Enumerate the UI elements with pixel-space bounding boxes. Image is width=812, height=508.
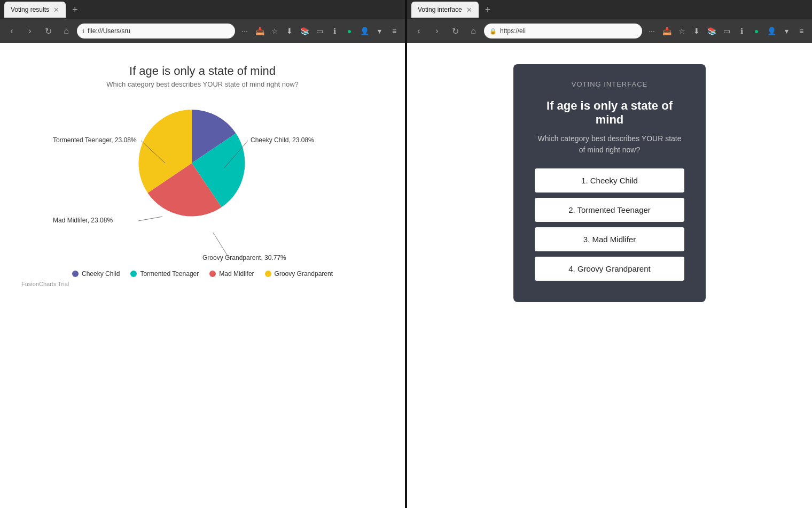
right-pocket-icon[interactable]: 📥	[660, 25, 673, 37]
right-title-bar: Voting interface ✕ +	[407, 0, 812, 19]
right-nav-icons: ··· 📥 ☆ ⬇ 📚 ▭ ℹ ● 👤 ▾ ≡	[645, 25, 808, 37]
left-new-tab-btn[interactable]: +	[72, 5, 78, 14]
watermark-text: FusionCharts Trial	[21, 281, 69, 287]
left-page-content: If age is only a state of mind Which cat…	[0, 43, 405, 508]
legend-label-groovy: Groovy Grandparent	[275, 270, 333, 278]
legend-dot-tormented	[130, 271, 137, 277]
left-sync-icon[interactable]: ●	[343, 25, 356, 37]
right-reader-icon[interactable]: ▭	[720, 25, 733, 37]
right-active-tab[interactable]: Voting interface ✕	[411, 2, 479, 18]
right-sync-icon[interactable]: ●	[750, 25, 763, 37]
legend-label-cheeky: Cheeky Child	[82, 270, 120, 278]
pie-chart	[133, 104, 251, 222]
left-download-icon[interactable]: ⬇	[283, 25, 296, 37]
legend-dot-mad	[209, 271, 216, 277]
voting-interface-header: VOTING INTERFACE	[572, 80, 647, 88]
label-groovy: Groovy Grandparent, 30.77%	[202, 254, 286, 261]
left-reader-icon[interactable]: ▭	[313, 25, 326, 37]
left-reload-btn[interactable]: ↻	[41, 24, 56, 39]
legend-cheeky: Cheeky Child	[72, 270, 120, 278]
legend-tormented: Tormented Teenager	[130, 270, 199, 278]
vote-option-4[interactable]: 4. Groovy Grandparent	[535, 257, 684, 281]
right-address-text: https://eli	[500, 27, 637, 35]
voting-question-subtitle: Which category best describes YOUR state…	[535, 133, 684, 156]
right-forward-btn[interactable]: ›	[430, 24, 444, 39]
vote-option-1[interactable]: 1. Cheeky Child	[535, 168, 684, 193]
results-subtitle: Which category best describes YOUR state…	[106, 80, 299, 88]
legend-groovy: Groovy Grandparent	[265, 270, 333, 278]
voting-card: VOTING INTERFACE If age is only a state …	[513, 64, 706, 302]
legend-dot-cheeky	[72, 271, 79, 277]
right-download-icon[interactable]: ⬇	[690, 25, 703, 37]
left-dropdown-icon[interactable]: ▾	[373, 25, 386, 37]
right-page-content: VOTING INTERFACE If age is only a state …	[407, 43, 812, 508]
left-address-text: file:///Users/sru	[88, 27, 230, 35]
left-title-bar: Voting results ✕ +	[0, 0, 405, 19]
vote-option-3[interactable]: 3. Mad Midlifer	[535, 227, 684, 251]
left-forward-btn[interactable]: ›	[22, 24, 37, 39]
vote-option-2[interactable]: 2. Tormented Teenager	[535, 198, 684, 222]
label-tormented: Tormented Teenager, 23.08%	[53, 136, 137, 144]
left-info2-icon[interactable]: ℹ	[328, 25, 341, 37]
left-back-btn[interactable]: ‹	[4, 24, 19, 39]
results-page: If age is only a state of mind Which cat…	[0, 43, 405, 298]
left-avatar-icon[interactable]: 👤	[358, 25, 371, 37]
left-pocket-icon[interactable]: 📥	[253, 25, 266, 37]
left-tab-close[interactable]: ✕	[53, 6, 59, 14]
left-address-bar[interactable]: ℹ file:///Users/sru	[77, 24, 235, 39]
right-library-icon[interactable]: 📚	[705, 25, 718, 37]
right-avatar-icon[interactable]: 👤	[765, 25, 778, 37]
left-info-icon: ℹ	[82, 28, 84, 35]
right-reload-btn[interactable]: ↻	[448, 24, 463, 39]
right-back-btn[interactable]: ‹	[411, 24, 426, 39]
left-nav-bar: ‹ › ↻ ⌂ ℹ file:///Users/sru ··· 📥 ☆ ⬇ 📚 …	[0, 19, 405, 43]
left-nav-icons: ··· 📥 ☆ ⬇ 📚 ▭ ℹ ● 👤 ▾ ≡	[238, 25, 401, 37]
results-title: If age is only a state of mind	[129, 64, 276, 78]
voting-question-title: If age is only a state of mind	[535, 99, 684, 127]
right-tab-label: Voting interface	[418, 6, 462, 13]
left-bookmark-icon[interactable]: ☆	[268, 25, 281, 37]
label-mad: Mad Midlifer, 23.08%	[53, 217, 113, 224]
right-browser-window: Voting interface ✕ + ‹ › ↻ ⌂ 🔒 https://e…	[407, 0, 812, 508]
right-dropdown-icon[interactable]: ▾	[780, 25, 793, 37]
legend-label-mad: Mad Midlifer	[219, 270, 254, 278]
right-address-bar[interactable]: 🔒 https://eli	[484, 24, 642, 39]
right-more-btn[interactable]: ···	[645, 25, 658, 37]
right-info2-icon[interactable]: ℹ	[735, 25, 748, 37]
legend-dot-groovy	[265, 271, 271, 277]
left-tab-label: Voting results	[11, 6, 49, 13]
left-home-btn[interactable]: ⌂	[59, 24, 74, 39]
right-tab-close[interactable]: ✕	[466, 6, 472, 14]
right-security-icon: 🔒	[489, 28, 497, 35]
left-active-tab[interactable]: Voting results ✕	[4, 2, 66, 18]
label-cheeky: Cheeky Child, 23.08%	[251, 136, 314, 144]
left-more-btn[interactable]: ···	[238, 25, 251, 37]
right-menu-btn[interactable]: ≡	[795, 25, 808, 37]
chart-legend: Cheeky Child Tormented Teenager Mad Midl…	[72, 270, 333, 278]
legend-mad: Mad Midlifer	[209, 270, 254, 278]
legend-label-tormented: Tormented Teenager	[140, 270, 199, 278]
left-library-icon[interactable]: 📚	[298, 25, 311, 37]
right-new-tab-btn[interactable]: +	[485, 5, 491, 14]
voting-page: VOTING INTERFACE If age is only a state …	[407, 43, 812, 324]
right-home-btn[interactable]: ⌂	[466, 24, 481, 39]
right-bookmark-icon[interactable]: ☆	[675, 25, 688, 37]
left-browser-window: Voting results ✕ + ‹ › ↻ ⌂ ℹ file:///Use…	[0, 0, 407, 508]
left-menu-btn[interactable]: ≡	[388, 25, 401, 37]
right-nav-bar: ‹ › ↻ ⌂ 🔒 https://eli ··· 📥 ☆ ⬇ 📚 ▭ ℹ ● …	[407, 19, 812, 43]
chart-area: Cheeky Child, 23.08% Tormented Teenager,…	[48, 94, 357, 265]
